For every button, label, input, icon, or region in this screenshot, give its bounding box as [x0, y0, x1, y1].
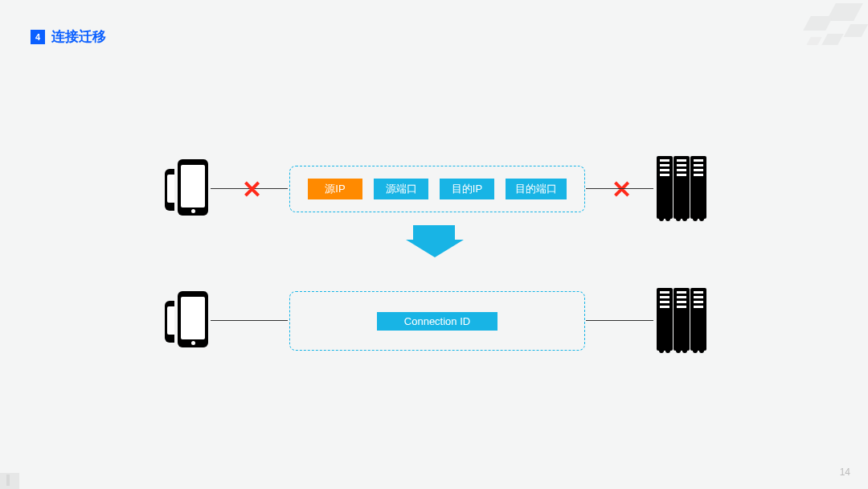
cross-icon: ✕: [240, 178, 264, 202]
server-icon: [656, 288, 707, 352]
chip-connection-id: Connection ID: [377, 312, 497, 331]
diagram-row-4tuple: ✕ 源IP 源端口 目的IP 目的端口 ✕: [0, 142, 868, 230]
four-tuple-box: 源IP 源端口 目的IP 目的端口: [289, 166, 585, 212]
slide-header: 4 连接迁移: [31, 27, 106, 46]
phone-icon: [165, 159, 209, 219]
slide-title: 连接迁移: [51, 27, 106, 46]
corner-decoration: [772, 0, 868, 64]
page-number: 14: [840, 466, 850, 478]
connector-line: [211, 320, 288, 321]
down-arrow-icon: [406, 225, 462, 257]
connector-line: [586, 188, 653, 189]
diagram-row-connection-id: Connection ID: [0, 273, 868, 362]
chip-dest-ip: 目的IP: [440, 179, 494, 199]
section-number-badge: 4: [31, 30, 45, 44]
footer-logo: [0, 473, 19, 489]
server-icon: [656, 156, 707, 220]
chip-source-port: 源端口: [374, 179, 428, 199]
cross-icon: ✕: [609, 178, 633, 202]
connector-line: [586, 320, 653, 321]
chip-dest-port: 目的端口: [506, 179, 567, 199]
chip-source-ip: 源IP: [308, 179, 362, 199]
connection-id-box: Connection ID: [289, 291, 585, 351]
phone-icon: [165, 291, 209, 351]
